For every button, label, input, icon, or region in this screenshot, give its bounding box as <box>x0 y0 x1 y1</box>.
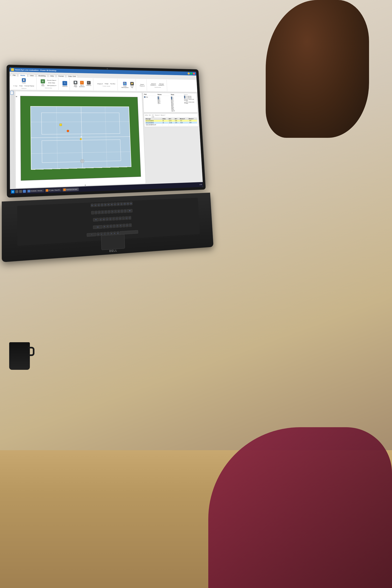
key-0[interactable]: 0 <box>124 209 126 213</box>
key-f5[interactable]: F5 <box>107 203 110 206</box>
tab-data-drill[interactable]: Data / Drill <box>66 75 78 78</box>
checkbox-shot-8[interactable] <box>172 107 173 108</box>
tab-modelling[interactable]: Modelling <box>36 74 48 77</box>
tab-format[interactable]: Format <box>56 75 66 78</box>
key-6[interactable]: 6 <box>111 210 114 214</box>
key-f11[interactable]: F11 <box>126 202 129 205</box>
key-9[interactable]: 9 <box>120 210 124 213</box>
tab-home[interactable]: Home <box>18 74 27 77</box>
table-row[interactable]: D1E.1M SERVE LET <box>145 124 197 126</box>
checkbox-shot-9[interactable] <box>172 109 173 110</box>
taskbar-powerbi-1[interactable]: ITT_data - Power BI... <box>45 188 62 192</box>
touchpad[interactable] <box>101 234 125 250</box>
checkbox-serve-5[interactable] <box>158 102 159 104</box>
checkbox-shot-3[interactable] <box>171 100 172 101</box>
format-painter-button[interactable]: Format Painter <box>24 84 35 87</box>
key-backspace[interactable]: ⌫ <box>127 209 132 212</box>
key-f7[interactable]: F7 <box>114 202 117 206</box>
key-h[interactable]: H <box>119 224 122 228</box>
from-marketplace-button[interactable]: 🏪 FromMarketplace <box>120 81 129 89</box>
copy-button[interactable]: Copy <box>18 84 23 87</box>
key-8[interactable]: 8 <box>117 210 120 213</box>
key-e[interactable]: E <box>106 218 108 221</box>
key-f4[interactable]: F4 <box>104 203 107 206</box>
checkbox-serve-1[interactable] <box>158 96 159 98</box>
tab-help[interactable]: Help <box>48 74 56 77</box>
checkbox-shot-5[interactable] <box>171 103 173 104</box>
new-page-button[interactable]: 📄 NewPage <box>73 80 78 88</box>
key-k[interactable]: K <box>126 224 128 227</box>
key-r[interactable]: R <box>109 217 112 221</box>
key-u[interactable]: U <box>119 216 122 220</box>
key-4[interactable]: 4 <box>104 210 107 214</box>
checkbox-shot-1[interactable] <box>171 97 172 98</box>
key-y[interactable]: Y <box>116 217 118 220</box>
ask-question-button[interactable]: ? Ask AQuestion <box>78 80 86 88</box>
filter-out[interactable]: Out <box>144 96 156 98</box>
text-box-button[interactable]: Text Box <box>110 82 116 85</box>
key-f8[interactable]: F8 <box>117 202 120 206</box>
checkbox-shot-6[interactable] <box>171 104 173 106</box>
manage-button[interactable]: ManageRelations... <box>158 83 166 86</box>
advance-button[interactable]: AdvanceRelations... <box>150 83 158 86</box>
key-q[interactable]: Q <box>99 218 102 221</box>
paste-button[interactable]: 📋 Paste <box>21 78 27 84</box>
key-f6[interactable]: F6 <box>110 202 114 206</box>
refresh-button[interactable]: ↻ Refresh <box>62 80 68 88</box>
taskbar-icon-ie[interactable] <box>23 190 26 193</box>
key-caps[interactable]: Caps <box>93 225 103 229</box>
tab-file[interactable]: File <box>10 74 18 77</box>
key-esc[interactable]: Esc <box>91 204 94 207</box>
key-f12[interactable]: F12 <box>130 202 132 205</box>
taskbar-powerbi-2[interactable]: Hawk-Eye Live eval... <box>62 188 78 192</box>
key-1[interactable]: 1 <box>94 210 97 214</box>
from-file-button[interactable]: 📁 FromFile <box>130 81 134 88</box>
start-button[interactable]: ⊞ <box>11 190 15 194</box>
checkbox-serve-4[interactable] <box>158 101 159 102</box>
buttons-button[interactable]: ⊡ Buttons <box>86 80 92 88</box>
checkbox-shot-4[interactable] <box>171 101 172 102</box>
match-cb-4[interactable] <box>184 102 186 103</box>
taskbar-icon-search[interactable] <box>16 190 18 193</box>
key-2[interactable]: 2 <box>98 210 101 214</box>
tab-view[interactable]: View <box>28 74 36 77</box>
key-o[interactable]: O <box>125 216 128 220</box>
match-cb-2[interactable] <box>184 97 186 98</box>
key-l[interactable]: L <box>129 224 132 227</box>
window-controls[interactable] <box>188 72 195 75</box>
minimize-button[interactable] <box>188 72 190 74</box>
key-i[interactable]: I <box>122 216 125 220</box>
edit-queries-button[interactable]: Edit Queries ▾ <box>46 84 57 86</box>
key-p[interactable]: P <box>128 216 131 220</box>
key-5[interactable]: 5 <box>108 210 110 214</box>
page-thumbnail[interactable]: 1 <box>10 91 13 95</box>
key-tab[interactable]: Tab <box>93 218 99 222</box>
match-cb-1[interactable] <box>184 96 185 97</box>
key-s[interactable]: S <box>106 225 109 228</box>
checkbox-shot-2[interactable] <box>171 98 172 100</box>
key-shift-l[interactable]: ⇧ <box>87 233 96 237</box>
key-backtick[interactable]: ` <box>91 211 94 214</box>
checkbox-shot-7[interactable] <box>171 106 173 107</box>
enter-data-button[interactable]: Enter Data <box>46 82 57 84</box>
match-cb-3[interactable] <box>184 99 186 100</box>
image-button[interactable]: Image <box>104 82 109 85</box>
cut-button[interactable]: ✂ Cut <box>13 84 18 87</box>
taskbar-remote[interactable]: PC001301 - Remote... <box>27 189 44 193</box>
key-d[interactable]: D <box>110 224 112 228</box>
shapes-button[interactable]: Shapes ▾ <box>96 82 104 85</box>
checkbox-serve-2[interactable] <box>158 98 159 100</box>
get-data-button[interactable]: ⊞ GetData <box>40 79 46 87</box>
checkbox-out[interactable] <box>144 96 145 98</box>
recent-data-button[interactable]: Recent Data ▾ <box>46 79 57 82</box>
key-g[interactable]: G <box>116 224 119 228</box>
key-a[interactable]: A <box>103 225 106 228</box>
key-3[interactable]: 3 <box>101 210 104 214</box>
key-7[interactable]: 7 <box>114 210 117 213</box>
key-f[interactable]: F <box>113 224 116 228</box>
close-button[interactable] <box>193 72 195 75</box>
checkbox-shot-10[interactable] <box>172 110 173 112</box>
key-j[interactable]: J <box>122 224 126 227</box>
switch-theme-button[interactable]: SwitchTheme ▾ <box>139 83 145 87</box>
maximize-button[interactable] <box>190 72 192 75</box>
